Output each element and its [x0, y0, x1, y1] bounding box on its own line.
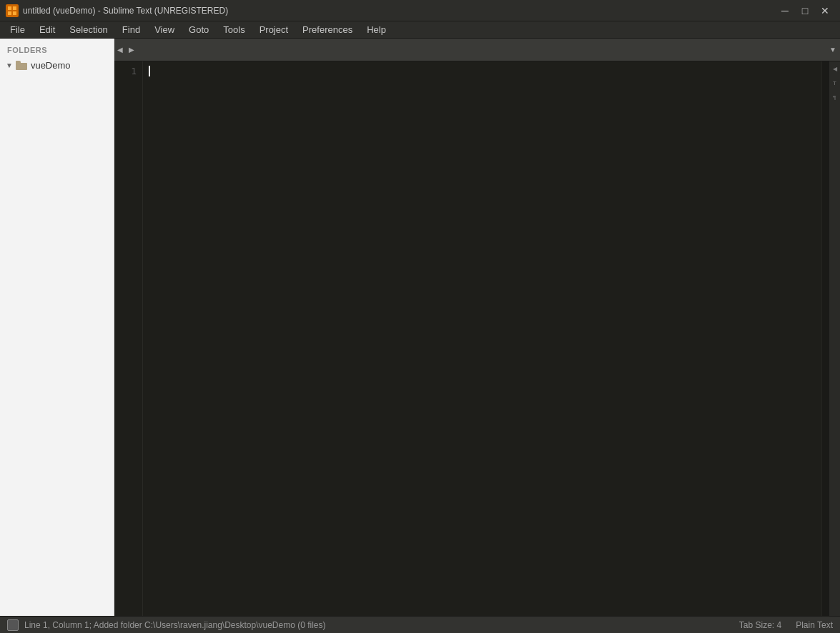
svg-rect-1: [8, 6, 11, 10]
line-number-1: 1: [117, 64, 137, 78]
syntax-label[interactable]: Plain Text: [796, 620, 833, 630]
window-title: untitled (vueDemo) - Sublime Text (UNREG…: [23, 6, 776, 16]
editor-content[interactable]: [143, 61, 821, 616]
svg-rect-0: [6, 4, 19, 17]
menu-help[interactable]: Help: [360, 21, 393, 38]
menu-view[interactable]: View: [147, 21, 182, 38]
svg-rect-4: [13, 11, 16, 15]
right-panel-btn-2[interactable]: T: [830, 78, 840, 88]
tab-dropdown-button[interactable]: ▼: [826, 39, 840, 61]
folder-icon: [16, 61, 27, 70]
folder-item-vuedemo[interactable]: ▼ vueDemo: [0, 58, 114, 73]
status-icon: [7, 619, 19, 631]
window-controls: ─ □ ✕: [776, 4, 834, 18]
menu-find[interactable]: Find: [115, 21, 147, 38]
code-area: 1 ◀ T ¶: [114, 61, 840, 616]
menu-tools[interactable]: Tools: [216, 21, 252, 38]
right-panel-btn-3[interactable]: ¶: [830, 92, 840, 102]
right-panel: ◀ T ¶: [829, 61, 840, 616]
status-position-text: Line 1, Column 1; Added folder C:\Users\…: [24, 620, 739, 630]
folder-name: vueDemo: [31, 60, 71, 71]
tab-nav-right-button[interactable]: ▶: [126, 39, 137, 61]
close-button[interactable]: ✕: [816, 4, 834, 18]
menu-selection[interactable]: Selection: [62, 21, 114, 38]
editor-area: ◀ ▶ ▼ 1 ◀ T ¶: [114, 39, 840, 616]
folder-arrow-icon: ▼: [6, 61, 13, 69]
minimap: [821, 61, 829, 616]
tab-size-label[interactable]: Tab Size: 4: [739, 620, 781, 630]
tab-bar: ◀ ▶ ▼: [114, 39, 840, 61]
tab-nav-left-button[interactable]: ◀: [114, 39, 126, 61]
maximize-button[interactable]: □: [796, 4, 814, 18]
main-area: FOLDERS ▼ vueDemo ◀ ▶ ▼ 1 ◀ T ¶: [0, 39, 840, 616]
menu-bar: File Edit Selection Find View Goto Tools…: [0, 21, 840, 39]
menu-preferences[interactable]: Preferences: [295, 21, 360, 38]
menu-project[interactable]: Project: [252, 21, 295, 38]
menu-edit[interactable]: Edit: [32, 21, 62, 38]
status-bar: Line 1, Column 1; Added folder C:\Users\…: [0, 616, 840, 633]
app-icon: [6, 4, 19, 17]
right-panel-btn-1[interactable]: ◀: [830, 64, 840, 74]
title-bar: untitled (vueDemo) - Sublime Text (UNREG…: [0, 0, 840, 21]
svg-rect-2: [13, 6, 16, 10]
status-right: Tab Size: 4 Plain Text: [739, 620, 833, 630]
menu-goto[interactable]: Goto: [182, 21, 216, 38]
line-numbers: 1: [114, 61, 143, 616]
svg-rect-3: [8, 11, 11, 15]
folders-label: FOLDERS: [0, 39, 114, 58]
sidebar: FOLDERS ▼ vueDemo: [0, 39, 114, 616]
text-cursor: [149, 66, 150, 76]
minimize-button[interactable]: ─: [776, 4, 794, 18]
menu-file[interactable]: File: [3, 21, 32, 38]
